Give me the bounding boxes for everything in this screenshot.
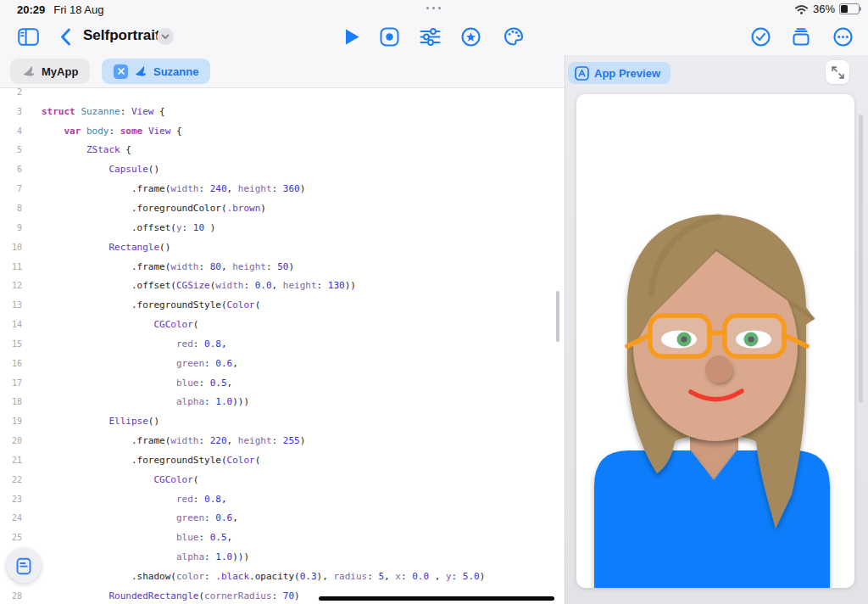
back-chevron-icon [60, 28, 71, 46]
code-line[interactable]: 11 .frame(width: 80, height: 50) [0, 257, 565, 277]
code-line[interactable]: 15 red: 0.8, [0, 334, 565, 354]
expand-preview-button[interactable] [826, 60, 849, 84]
swift-bird-icon [134, 64, 147, 78]
line-number: 25 [0, 533, 22, 542]
code-text: var body: some View { [42, 126, 182, 137]
line-number: 12 [0, 281, 22, 290]
sliders-icon [420, 28, 441, 46]
code-line[interactable]: 17 blue: 0.5, [0, 373, 565, 393]
home-indicator[interactable] [319, 596, 554, 601]
code-line[interactable]: 20 .frame(width: 220, height: 255) [0, 431, 565, 450]
tab-suzanne[interactable]: Suzanne [102, 59, 210, 84]
code-editor[interactable]: 23struct Suzanne: View {4 var body: some… [0, 88, 565, 604]
battery-icon [839, 3, 860, 14]
app-preview-label: App Preview [594, 67, 660, 80]
code-line[interactable]: 14 CGColor( [0, 315, 565, 334]
preview-scrollbar[interactable] [859, 115, 863, 403]
code-text: CGColor( [42, 319, 198, 330]
submit-button[interactable] [791, 19, 811, 54]
line-number: 7 [0, 184, 22, 193]
code-line[interactable]: 2 [0, 88, 565, 102]
favorites-button[interactable] [460, 19, 481, 54]
code-line[interactable]: 19 Ellipse() [0, 411, 565, 431]
back-button[interactable] [54, 19, 76, 54]
code-text: red: 0.8, [42, 338, 227, 350]
line-number: 10 [0, 243, 22, 252]
multitasking-dots-icon[interactable] [426, 7, 441, 9]
code-text: blue: 0.5, [42, 532, 232, 543]
code-line[interactable]: 3struct Suzanne: View { [0, 102, 565, 121]
code-text: .frame(width: 220, height: 255) [42, 435, 305, 446]
code-line[interactable]: 6 Capsule() [0, 159, 565, 179]
doc-list-icon [15, 557, 32, 575]
live-view-button[interactable] [379, 19, 399, 54]
code-line[interactable]: 25 blue: 0.5, [0, 528, 565, 547]
line-number: 23 [0, 495, 22, 504]
clock: 20:29 [17, 3, 45, 16]
tab-strip: MyApp Suzanne [0, 55, 565, 88]
code-text: green: 0.6, [42, 512, 238, 523]
line-number: 6 [0, 165, 22, 174]
validate-button[interactable] [750, 19, 771, 54]
code-line[interactable]: 22 CGColor( [0, 470, 565, 489]
ellipsis-circle-icon [833, 27, 853, 47]
code-line[interactable]: 8 .foregroundColor(.brown) [0, 199, 565, 218]
code-line[interactable]: 5 ZStack { [0, 141, 565, 160]
star-circle-icon [461, 27, 481, 47]
line-number: 14 [0, 320, 22, 329]
code-line[interactable]: 18 alpha: 1.0))) [0, 393, 565, 412]
line-number: 22 [0, 475, 22, 484]
code-text: struct Suzanne: View { [42, 106, 165, 117]
code-text: blue: 0.5, [42, 378, 232, 389]
line-number: 21 [0, 456, 22, 465]
code-line[interactable]: 9 .offset(y: 10 ) [0, 218, 565, 238]
code-line[interactable]: 4 var body: some View { [0, 121, 565, 141]
line-number: 18 [0, 397, 22, 406]
code-line[interactable]: 13 .foregroundStyle(Color( [0, 295, 565, 315]
more-button[interactable] [832, 19, 853, 54]
appearance-button[interactable] [502, 19, 526, 54]
status-bar: 20:29Fri 18 Aug 36% [0, 0, 868, 19]
code-line[interactable]: 28 RoundedRectangle(cornerRadius: 70) [0, 586, 565, 604]
tab-myapp[interactable]: MyApp [10, 59, 90, 84]
line-number: 5 [0, 145, 22, 154]
date: Fri 18 Aug [53, 3, 103, 16]
code-line[interactable]: 10 Rectangle() [0, 238, 565, 257]
code-line[interactable]: 12 .offset(CGSize(width: 0.0, height: 13… [0, 276, 565, 295]
title-menu-button[interactable] [157, 28, 174, 45]
run-button[interactable] [342, 19, 362, 54]
sidebar-toggle-button[interactable] [14, 19, 42, 54]
code-line[interactable]: 23 red: 0.8, [0, 489, 565, 509]
expand-icon [832, 66, 844, 79]
snippets-floating-button[interactable] [7, 549, 41, 583]
code-text: .frame(width: 240, height: 360) [42, 183, 305, 194]
line-number: 28 [0, 591, 22, 601]
close-icon [118, 68, 125, 75]
code-text: RoundedRectangle(cornerRadius: 70) [42, 590, 300, 601]
code-line[interactable]: 21 .foregroundStyle(Color( [0, 450, 565, 470]
swift-bird-icon [22, 64, 36, 78]
line-number: 16 [0, 359, 22, 368]
status-time-date: 20:29Fri 18 Aug [17, 3, 104, 16]
code-line[interactable]: 7 .frame(width: 240, height: 360) [0, 179, 565, 199]
portrait-drawing [576, 94, 854, 588]
app-preview-canvas[interactable] [576, 94, 854, 588]
code-line[interactable]: 24 green: 0.6, [0, 509, 565, 528]
code-text: green: 0.6, [42, 358, 238, 369]
code-line[interactable]: 27 .shadow(color: .black.opacity(0.3), r… [0, 567, 565, 586]
portrait-nose [705, 355, 732, 383]
code-line[interactable]: 16 green: 0.6, [0, 354, 565, 373]
code-line[interactable]: 26 alpha: 1.0))) [0, 547, 565, 567]
app-preview-toggle[interactable]: App Preview [568, 62, 670, 84]
tab-label: Suzanne [153, 65, 198, 78]
submit-box-icon [792, 28, 810, 46]
adjustments-button[interactable] [419, 19, 441, 54]
page-title: Selfportrait [83, 27, 160, 44]
code-text: Rectangle() [42, 242, 170, 253]
editor-scrollbar[interactable] [556, 291, 559, 342]
line-number: 9 [0, 223, 22, 232]
line-number: 20 [0, 436, 22, 445]
line-number: 15 [0, 339, 22, 349]
line-number: 8 [0, 204, 22, 213]
tab-close-button[interactable] [114, 64, 128, 79]
